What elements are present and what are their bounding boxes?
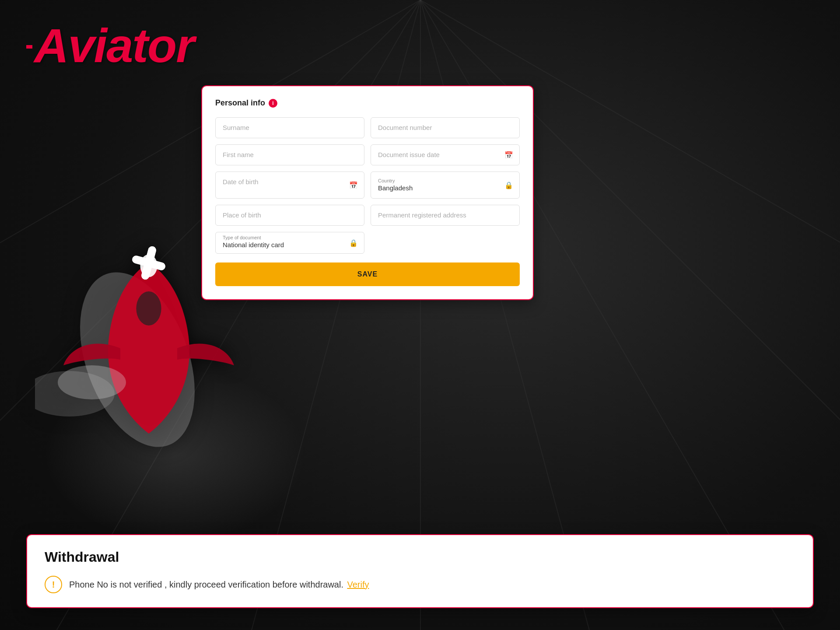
form-bottom-row: Type of document National identity card … bbox=[215, 232, 520, 254]
withdrawal-message-row: ! Phone No is not verified , kindly proc… bbox=[45, 576, 795, 593]
document-number-placeholder: Document number bbox=[378, 124, 432, 131]
surname-placeholder: Surname bbox=[223, 124, 249, 131]
document-issue-date-placeholder: Document issue date bbox=[378, 151, 440, 158]
svg-point-2 bbox=[136, 291, 161, 326]
first-name-field[interactable]: First name bbox=[215, 144, 364, 165]
save-button[interactable]: SAVE bbox=[215, 262, 520, 286]
date-of-birth-placeholder: Date of birth bbox=[223, 178, 259, 186]
place-of-birth-field[interactable]: Place of birth bbox=[215, 205, 364, 226]
calendar-dob-icon: 📅 bbox=[349, 181, 358, 189]
country-value: Bangladesh bbox=[378, 184, 413, 192]
info-icon[interactable]: i bbox=[269, 99, 277, 108]
withdrawal-title: Withdrawal bbox=[45, 549, 795, 565]
card-title: Personal info bbox=[215, 98, 265, 108]
document-type-field: Type of document National identity card … bbox=[215, 232, 364, 254]
date-of-birth-field[interactable]: Date of birth 📅 bbox=[215, 172, 364, 199]
document-type-label: Type of document bbox=[223, 235, 357, 240]
form-grid: Surname Document number First name Docum… bbox=[215, 117, 520, 226]
country-label: Country bbox=[378, 178, 512, 183]
lock-icon: 🔒 bbox=[504, 181, 513, 189]
calendar-icon: 📅 bbox=[504, 151, 513, 159]
place-of-birth-placeholder: Place of birth bbox=[223, 211, 261, 219]
country-field: Country Bangladesh 🔒 bbox=[371, 172, 520, 199]
surname-field[interactable]: Surname bbox=[215, 117, 364, 138]
withdrawal-message-text: Phone No is not verified , kindly procee… bbox=[69, 580, 343, 589]
lock-doc-icon: 🔒 bbox=[349, 239, 358, 247]
document-number-field[interactable]: Document number bbox=[371, 117, 520, 138]
card-title-row: Personal info i bbox=[215, 98, 520, 108]
brand-logo: Aviator bbox=[26, 18, 194, 73]
verify-link[interactable]: Verify bbox=[347, 580, 369, 589]
document-type-value: National identity card bbox=[223, 241, 284, 248]
logo-text: Aviator bbox=[34, 18, 194, 72]
first-name-placeholder: First name bbox=[223, 151, 254, 158]
document-issue-date-field[interactable]: Document issue date 📅 bbox=[371, 144, 520, 165]
permanent-address-placeholder: Permanent registered address bbox=[378, 211, 466, 219]
withdrawal-message: Phone No is not verified , kindly procee… bbox=[69, 580, 369, 590]
withdrawal-card: Withdrawal ! Phone No is not verified , … bbox=[26, 534, 814, 608]
personal-info-card: Personal info i Surname Document number … bbox=[201, 85, 534, 300]
warning-icon: ! bbox=[45, 576, 62, 593]
permanent-address-field[interactable]: Permanent registered address bbox=[371, 205, 520, 226]
logo-dash-icon bbox=[26, 45, 32, 49]
